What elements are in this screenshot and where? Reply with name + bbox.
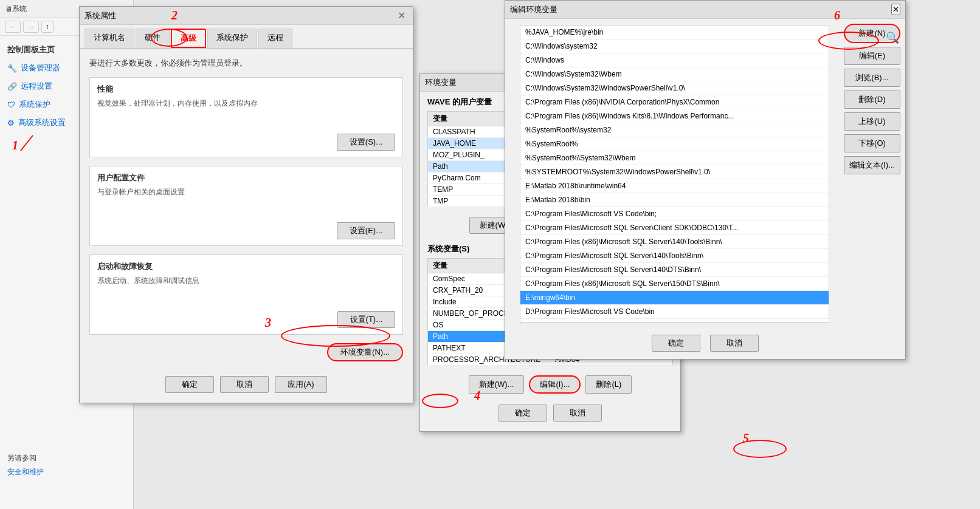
- editenv-browse-btn[interactable]: 浏览(B)...: [844, 69, 900, 87]
- tab-sysprot[interactable]: 系统保护: [207, 29, 257, 48]
- startup-section: 启动和故障恢复 系统启动、系统故障和调试信息 设置(T)...: [89, 254, 403, 335]
- system-window-icon: 🖥: [5, 5, 12, 13]
- startup-title: 启动和故障恢复: [97, 261, 395, 272]
- editenv-del-btn[interactable]: 删除(D): [844, 91, 900, 109]
- path-item[interactable]: C:\Program Files\Microsoft SQL Server\14…: [520, 263, 829, 277]
- startup-body: 系统启动、系统故障和调试信息: [97, 276, 395, 306]
- sysprop-close-btn[interactable]: ✕: [395, 10, 408, 21]
- system-window-title: 系统: [12, 4, 27, 14]
- envvar-sys-new-btn[interactable]: 新建(W)...: [469, 375, 525, 394]
- path-item[interactable]: C:\Windows\system32: [520, 39, 829, 53]
- sidebar-item-label-remote: 远程设置: [21, 81, 52, 92]
- protect-icon: 🛡: [7, 100, 15, 109]
- annotation-5: 5: [743, 431, 749, 445]
- envvar-cancel-btn[interactable]: 取消: [553, 405, 602, 422]
- tab-remote[interactable]: 远程: [258, 29, 292, 48]
- tab-advanced[interactable]: 高级: [171, 29, 206, 48]
- performance-title: 性能: [97, 84, 395, 95]
- footer-link-security[interactable]: 安全和维护: [7, 468, 44, 476]
- path-item[interactable]: C:\Program Files (x86)\Microsoft SQL Ser…: [520, 235, 829, 249]
- path-item[interactable]: C:\Program Files\Microsoft VS Code\bin;: [520, 207, 829, 221]
- path-item[interactable]: C:\Windows\System32\Wbem: [520, 67, 829, 81]
- path-list[interactable]: %JAVA_HOME%\jre\binC:\Windows\system32C:…: [520, 25, 829, 323]
- tab-hardware[interactable]: 硬件: [136, 29, 170, 48]
- device-icon: 🔧: [7, 64, 17, 73]
- editenv-ok-btn[interactable]: 确定: [652, 335, 700, 352]
- performance-body: 视觉效果，处理器计划，内存使用，以及虚拟内存: [97, 98, 395, 129]
- envvar-btn[interactable]: 环境变量(N)...: [327, 343, 403, 361]
- path-item[interactable]: %SYSTEMROOT%\System32\WindowsPowerShell\…: [520, 165, 829, 179]
- nav-up-btn[interactable]: ↑: [41, 21, 53, 33]
- sysprop-notice: 要进行大多数更改，你必须作为管理员登录。: [89, 58, 403, 69]
- editenv-dialog: 编辑环境变量 ✕ %JAVA_HOME%\jre\binC:\Windows\s…: [505, 0, 906, 360]
- sidebar-item-label-advanced: 高级系统设置: [18, 117, 66, 128]
- sysprop-content: 要进行大多数更改，你必须作为管理员登录。 性能 视觉效果，处理器计划，内存使用，…: [80, 49, 413, 370]
- path-item[interactable]: %SystemRoot%: [520, 137, 829, 151]
- nav-back-btn[interactable]: ←: [5, 21, 21, 33]
- advanced-icon: ⚙: [7, 118, 15, 128]
- path-item[interactable]: C:\Program Files\Microsoft SQL Server\14…: [520, 249, 829, 263]
- path-item[interactable]: C:\Program Files\Microsoft SQL Server\Cl…: [520, 221, 829, 235]
- path-item[interactable]: %SystemRoot%\System32\Wbem: [520, 151, 829, 165]
- sysprop-cancel-btn[interactable]: 取消: [220, 376, 269, 393]
- system-footer: 另请参阅 安全和维护: [0, 446, 51, 485]
- editenv-titlebar: 编辑环境变量 ✕: [505, 1, 905, 19]
- sidebar-item-label-device: 设备管理器: [21, 63, 60, 73]
- path-item[interactable]: %SystemRoot%\system32: [520, 123, 829, 137]
- editenv-edittext-btn[interactable]: 编辑文本(I)...: [844, 156, 900, 174]
- editenv-down-btn[interactable]: 下移(O): [844, 134, 900, 152]
- editenv-bottom: 确定 取消: [505, 329, 905, 359]
- editenv-close-btn[interactable]: ✕: [891, 4, 900, 15]
- envvar-ok-btn[interactable]: 确定: [499, 405, 547, 422]
- userprofile-settings-btn[interactable]: 设置(E)...: [337, 222, 395, 239]
- path-item[interactable]: C:\Program Files (x86)\NVIDIA Corporatio…: [520, 95, 829, 109]
- userprofile-section: 用户配置文件 与登录帐户相关的桌面设置 设置(E)...: [89, 166, 403, 246]
- tab-computername[interactable]: 计算机名: [85, 29, 134, 48]
- remote-icon: 🔗: [7, 82, 17, 91]
- annotation-editbtn-circle: [733, 440, 787, 458]
- performance-settings-btn[interactable]: 设置(S)...: [337, 134, 395, 151]
- editenv-up-btn[interactable]: 上移(U): [844, 112, 900, 131]
- sysprop-dialog: 系统属性 ✕ 计算机名 硬件 高级 系统保护 远程 要进行大多数更改，你必须作为…: [79, 6, 413, 403]
- envvar-title: 环境变量: [425, 77, 457, 88]
- editenv-main: %JAVA_HOME%\jre\binC:\Windows\system32C:…: [505, 19, 905, 329]
- editenv-edit-btn[interactable]: 编辑(E): [844, 47, 900, 65]
- startup-settings-btn[interactable]: 设置(T)...: [337, 311, 395, 328]
- sysprop-ok-btn[interactable]: 确定: [165, 376, 214, 393]
- path-item[interactable]: E:\Matlab 2018b\runtime\win64: [520, 179, 829, 193]
- sysprop-bottom: 确定 取消 应用(A): [80, 370, 413, 403]
- performance-section: 性能 视觉效果，处理器计划，内存使用，以及虚拟内存 设置(S)...: [89, 77, 403, 157]
- envvar-sys-btns: 新建(W)... 编辑(I)... 删除(L): [420, 371, 680, 398]
- nav-forward-btn[interactable]: →: [23, 21, 39, 33]
- path-item[interactable]: %JAVA_HOME%\jre\bin: [520, 26, 829, 39]
- userprofile-title: 用户配置文件: [97, 173, 395, 183]
- search-icon[interactable]: 🔍: [886, 31, 899, 44]
- envvar-sys-del-btn[interactable]: 删除(L): [585, 375, 632, 394]
- userprofile-body: 与登录帐户相关的桌面设置: [97, 187, 395, 217]
- sysprop-apply-btn[interactable]: 应用(A): [275, 376, 326, 393]
- sysprop-title: 系统属性: [85, 10, 116, 21]
- editenv-title: 编辑环境变量: [510, 4, 557, 15]
- path-item[interactable]: D:\Program Files\Microsoft VS Code\bin: [520, 305, 829, 319]
- sidebar-item-label-protect: 系统保护: [19, 99, 50, 110]
- path-item[interactable]: C:\Program Files (x86)\Microsoft SQL Ser…: [520, 277, 829, 291]
- sysprop-titlebar: 系统属性 ✕: [80, 7, 413, 25]
- path-item[interactable]: C:\Windows: [520, 53, 829, 67]
- editenv-cancel-btn[interactable]: 取消: [710, 335, 759, 352]
- path-list-container: %JAVA_HOME%\jre\binC:\Windows\system32C:…: [505, 19, 844, 329]
- sysprop-tabs: 计算机名 硬件 高级 系统保护 远程: [80, 25, 413, 49]
- path-item[interactable]: E:\Matlab 2018b\bin: [520, 193, 829, 207]
- path-item[interactable]: C:\Windows\System32\WindowsPowerShell\v1…: [520, 81, 829, 95]
- envvar-sys-edit-btn[interactable]: 编辑(I)...: [529, 375, 581, 394]
- path-item[interactable]: E:\mingw64\bin: [520, 291, 829, 305]
- envvar-bottom: 确定 取消: [420, 398, 680, 431]
- path-item[interactable]: C:\Program Files (x86)\Windows Kits\8.1\…: [520, 109, 829, 123]
- footer-heading: 另请参阅: [7, 453, 44, 463]
